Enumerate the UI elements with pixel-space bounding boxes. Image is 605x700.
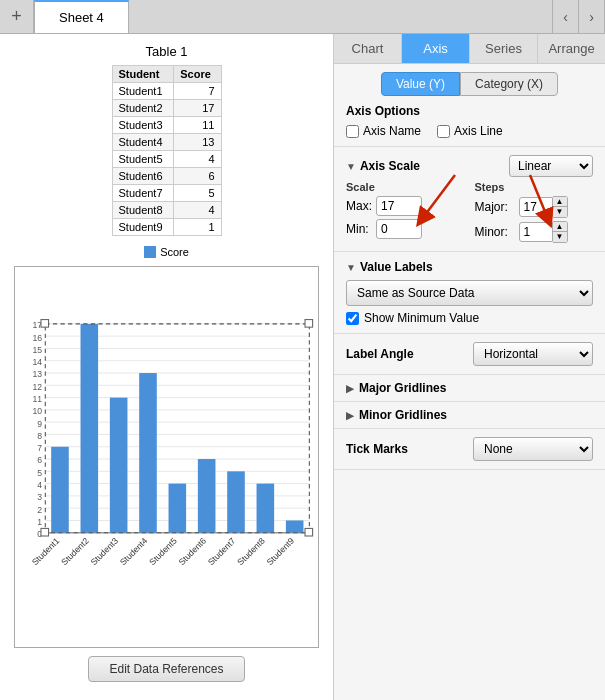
min-input[interactable] [376,219,422,239]
label-angle-section: Label Angle Horizontal [334,334,605,375]
scale-col-header: Scale [346,181,465,193]
svg-text:2: 2 [37,505,42,515]
axis-line-checkbox-label[interactable]: Axis Line [437,124,503,138]
show-min-value-label[interactable]: Show Minimum Value [346,311,593,325]
svg-text:5: 5 [37,468,42,478]
svg-rect-58 [305,528,313,536]
minor-label: Minor: [475,225,519,239]
major-down-button[interactable]: ▼ [553,207,567,217]
minor-gridlines-header[interactable]: ▶ Minor Gridlines [346,408,593,422]
svg-rect-52 [286,520,304,532]
minor-gridlines-toggle-icon: ▶ [346,410,354,421]
svg-text:12: 12 [32,382,42,392]
major-gridlines-section: ▶ Major Gridlines [334,375,605,402]
table-cell: Student8 [112,202,174,219]
svg-text:Student3: Student3 [89,536,121,568]
svg-rect-42 [139,373,157,533]
tab-series[interactable]: Series [470,34,538,63]
tab-axis[interactable]: Axis [402,34,470,63]
major-label: Major: [475,200,519,214]
major-gridlines-header[interactable]: ▶ Major Gridlines [346,381,593,395]
svg-text:6: 6 [37,455,42,465]
subtab-category-x[interactable]: Category (X) [460,72,558,96]
axis-options-checkboxes: Axis Name Axis Line [346,124,593,138]
main-content: Table 1 Student Score Student17Student21… [0,34,605,700]
tab-chart[interactable]: Chart [334,34,402,63]
minor-row: Minor: ▲ ▼ [475,221,594,243]
value-labels-label: Value Labels [360,260,433,274]
minor-up-button[interactable]: ▲ [553,222,567,232]
scale-column: Scale Max: Min: [346,181,465,243]
minor-down-button[interactable]: ▼ [553,232,567,242]
legend-label: Score [160,246,189,258]
table-cell: 5 [174,185,221,202]
legend-color-swatch [144,246,156,258]
axis-scale-label: Axis Scale [360,159,420,173]
svg-rect-46 [198,459,216,533]
svg-text:16: 16 [32,333,42,343]
svg-text:13: 13 [32,369,42,379]
svg-rect-57 [41,528,49,536]
add-sheet-button[interactable]: + [0,0,34,34]
axis-name-checkbox-label[interactable]: Axis Name [346,124,421,138]
axis-scale-type-select[interactable]: Linear [509,155,593,177]
axis-options-section: Axis Options Axis Name Axis Line [334,96,605,147]
prev-sheet-button[interactable]: ‹ [553,0,579,34]
chart-legend: Score [10,246,323,258]
axis-options-label: Axis Options [346,104,420,118]
svg-text:Student5: Student5 [147,536,179,568]
bar-chart: 01234567891011121314151617Student1Studen… [15,267,318,647]
table-cell: 13 [174,134,221,151]
value-labels-section: ▼ Value Labels Same as Source Data Show … [334,252,605,334]
top-bar: + Sheet 4 ‹ › [0,0,605,34]
minor-input[interactable] [519,222,553,242]
left-panel: Table 1 Student Score Student17Student21… [0,34,334,700]
table-cell: Student3 [112,117,174,134]
svg-text:8: 8 [37,431,42,441]
tick-marks-select[interactable]: None [473,437,593,461]
svg-text:4: 4 [37,480,42,490]
svg-text:3: 3 [37,492,42,502]
svg-text:Student4: Student4 [118,536,150,568]
table-cell: Student7 [112,185,174,202]
svg-text:14: 14 [32,357,42,367]
edit-data-references-button[interactable]: Edit Data References [88,656,244,682]
major-stepper-buttons: ▲ ▼ [553,196,568,218]
table-cell: 7 [174,83,221,100]
table-cell: Student5 [112,151,174,168]
steps-column: Steps Major: ▲ ▼ Minor: [475,181,594,243]
major-input[interactable] [519,197,553,217]
svg-text:11: 11 [32,394,42,404]
svg-rect-50 [257,484,275,533]
major-up-button[interactable]: ▲ [553,197,567,207]
svg-rect-38 [81,324,99,533]
value-labels-select[interactable]: Same as Source Data [346,280,593,306]
axis-line-checkbox[interactable] [437,125,450,138]
minor-stepper-buttons: ▲ ▼ [553,221,568,243]
minor-stepper: ▲ ▼ [519,221,568,243]
next-sheet-button[interactable]: › [579,0,605,34]
table-cell: 6 [174,168,221,185]
tab-arrange[interactable]: Arrange [538,34,605,63]
axis-line-label: Axis Line [454,124,503,138]
show-min-value-text: Show Minimum Value [364,311,479,325]
svg-text:1: 1 [37,517,42,527]
svg-text:Student2: Student2 [59,536,91,568]
major-row: Major: ▲ ▼ [475,196,594,218]
axis-scale-header: ▼ Axis Scale Linear [346,155,593,177]
axis-options-header: Axis Options [346,104,593,118]
label-angle-select[interactable]: Horizontal [473,342,593,366]
svg-text:7: 7 [37,443,42,453]
axis-name-label: Axis Name [363,124,421,138]
show-min-value-checkbox[interactable] [346,312,359,325]
sheet-tab[interactable]: Sheet 4 [34,0,129,33]
max-input[interactable] [376,196,422,216]
axis-name-checkbox[interactable] [346,125,359,138]
table-cell: 1 [174,219,221,236]
table-cell: 11 [174,117,221,134]
major-gridlines-label: Major Gridlines [359,381,446,395]
value-labels-toggle-icon: ▼ [346,262,356,273]
subtab-value-y[interactable]: Value (Y) [381,72,460,96]
chart-area: 01234567891011121314151617Student1Studen… [14,266,319,648]
svg-text:Student6: Student6 [177,536,209,568]
